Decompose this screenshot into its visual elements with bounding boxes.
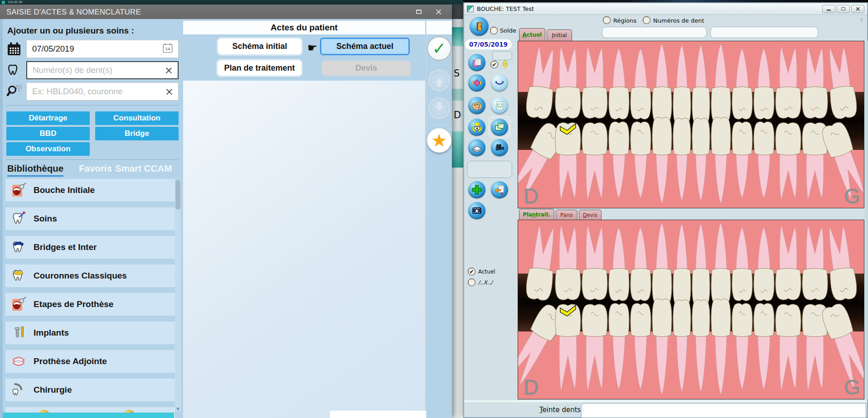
background-text-fragment: S: [454, 68, 460, 79]
video-camera-icon[interactable]: [491, 139, 508, 156]
act-search-row: ×: [6, 82, 179, 101]
date-field[interactable]: 14: [26, 40, 179, 58]
scanner-icon[interactable]: [468, 139, 485, 156]
clear-icon[interactable]: ×: [162, 86, 174, 97]
mouth-mirror-icon: [10, 182, 27, 198]
library-item-prothèse-adjointe[interactable]: Prothèse Adjointe: [5, 350, 175, 373]
quick-button-détartrage[interactable]: Détartrage: [6, 111, 90, 125]
view-tab-actuel[interactable]: Actuel: [519, 28, 545, 41]
regions-field[interactable]: [602, 27, 707, 38]
divider: [430, 124, 449, 125]
dental-chart-actuel[interactable]: DG: [518, 41, 864, 208]
plan-tab-devis[interactable]: Devis: [579, 210, 601, 220]
quick-button-consultation[interactable]: Consultation: [95, 111, 179, 125]
teinte-dents-field[interactable]: [581, 403, 866, 418]
close-button[interactable]: ✕: [851, 5, 864, 13]
strip-seg: [452, 19, 463, 27]
clear-icon[interactable]: ×: [162, 65, 173, 76]
history-book-icon[interactable]: [468, 54, 485, 71]
teinte-dents-input[interactable]: [582, 404, 866, 418]
background-taskbar-fragment: [3, 413, 174, 418]
toolbar-checkbox-checked[interactable]: [490, 61, 498, 68]
ixi-checkbox[interactable]: [468, 279, 475, 286]
library-item-couronnes-classiques[interactable]: Couronnes Classiques: [5, 264, 175, 287]
tooth-number-input[interactable]: [32, 65, 162, 76]
date-row: 14: [6, 40, 179, 58]
date-picker-icon[interactable]: 14: [162, 42, 174, 56]
add-plus-icon[interactable]: [468, 181, 485, 198]
restore-button[interactable]: [412, 7, 426, 17]
minimize-button[interactable]: [822, 5, 835, 13]
tooth-numbers-radio[interactable]: [643, 16, 650, 24]
library-item-chirurgie[interactable]: Chirurgie: [5, 379, 175, 401]
close-button[interactable]: ✕: [432, 7, 446, 17]
window-icon: [467, 5, 474, 12]
library-item-implants[interactable]: Implants: [5, 322, 175, 344]
surgery-icon: [10, 382, 27, 398]
plan-tab-pano[interactable]: Pano: [556, 210, 577, 220]
scroll-up-icon[interactable]: ⇧: [859, 17, 864, 23]
quick-button-bridge[interactable]: Bridge: [95, 127, 179, 140]
act-search-input[interactable]: [31, 86, 162, 97]
actuel-checkbox-checked[interactable]: [468, 268, 475, 275]
xray-icon[interactable]: [468, 119, 485, 136]
view-tab-initial[interactable]: Initial: [547, 29, 572, 41]
tooth-drill-icon: [10, 211, 27, 227]
regions-radio[interactable]: [603, 16, 611, 24]
regions-input[interactable]: [602, 27, 706, 38]
tooth-icon: [6, 63, 26, 77]
divider: [464, 400, 867, 402]
exit-door-icon[interactable]: [470, 17, 489, 36]
tab-bibliotheque[interactable]: Bibliothèque: [7, 163, 63, 177]
mouth-window-titlebar[interactable]: BOUCHE: TEST Test ✕: [464, 3, 867, 15]
solde-label: Solde: [500, 27, 516, 34]
calendar-icon: [6, 41, 26, 57]
library-item-bridges-et-inter[interactable]: Bridges et Inter: [5, 236, 175, 259]
tab-favoris[interactable]: Favoris: [79, 163, 112, 174]
tooth-numbers-label: Numéros de dent: [653, 17, 704, 24]
import-doc-icon[interactable]: e: [491, 181, 508, 198]
schema-initial-button[interactable]: Schéma initial: [218, 38, 301, 54]
close-icon: ✕: [435, 8, 442, 16]
bridge-icon[interactable]: [491, 74, 508, 91]
validate-button[interactable]: ✓: [427, 36, 451, 61]
minimize-icon: [827, 10, 831, 11]
restore-icon: [416, 10, 422, 14]
plan-traitement-button[interactable]: Plan de traitement: [218, 60, 301, 76]
act-search-field[interactable]: ×: [26, 82, 179, 101]
favorite-button[interactable]: ★: [427, 128, 451, 153]
add-act-icon[interactable]: [468, 74, 485, 91]
plan-tab-plan-trait-[interactable]: Plan trait.: [519, 209, 554, 220]
library-scrollbar[interactable]: ▼: [175, 179, 181, 412]
schema-actuel-button[interactable]: Schéma actuel: [320, 38, 410, 55]
date-input[interactable]: [31, 43, 162, 54]
library-item-bouche-initiale[interactable]: Bouche Initiale: [5, 179, 175, 202]
divider: [6, 159, 179, 160]
tooth-numbers-input[interactable]: [711, 27, 818, 38]
scrollbar-down-icon[interactable]: ▼: [175, 407, 181, 411]
library-item-etapes-de-prothèse[interactable]: Etapes de Prothèse: [5, 293, 175, 316]
taskbar-strip: JULIE-W: [0, 0, 452, 5]
quick-button-observation[interactable]: Observation: [6, 142, 90, 156]
tab-smart-ccam[interactable]: Smart CCAM: [115, 163, 172, 174]
palette-icon[interactable]: [468, 97, 485, 114]
strip-seg: [452, 131, 463, 168]
solde-radio[interactable]: [490, 27, 498, 34]
dental-chart-plan[interactable]: DG: [518, 220, 864, 399]
quick-button-bbd[interactable]: BBD: [6, 127, 90, 140]
library-item-soins[interactable]: Soins: [5, 207, 175, 230]
library-item-label: Bouche Initiale: [34, 185, 95, 195]
tooth-sheet-icon[interactable]: [491, 97, 508, 114]
devis-button-disabled: Devis: [322, 61, 411, 76]
empty-tool-box: [467, 161, 512, 178]
film-icon[interactable]: [468, 202, 485, 219]
tooth-numbers-field[interactable]: [710, 27, 818, 38]
chart-side-strip: [865, 41, 868, 399]
photos-icon[interactable]: [491, 119, 508, 136]
maximize-button[interactable]: [837, 5, 850, 13]
acts-list-area[interactable]: [183, 81, 425, 418]
tooth-number-field[interactable]: ×: [26, 61, 179, 79]
scrollbar-thumb[interactable]: [175, 180, 180, 210]
spinner-icon[interactable]: [502, 60, 508, 68]
acts-dialog-titlebar[interactable]: SAISIE D'ACTES & NOMENCLATURE ✕: [0, 5, 452, 19]
